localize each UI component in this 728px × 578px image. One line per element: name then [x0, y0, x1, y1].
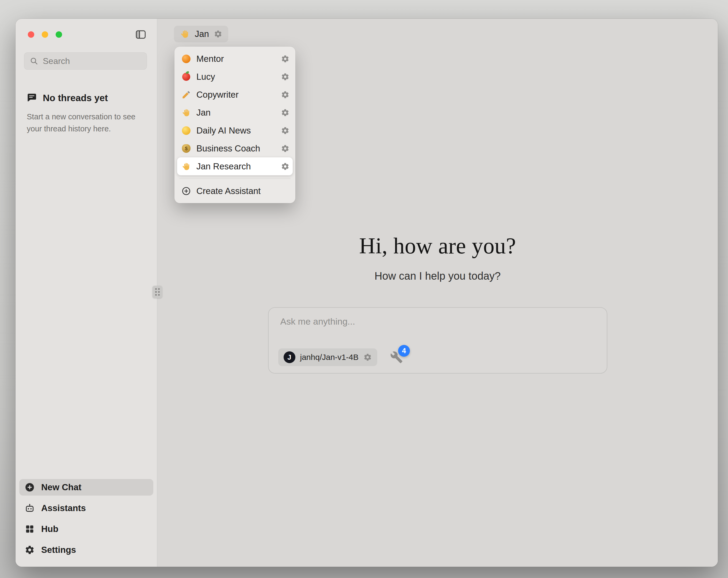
gear-icon[interactable]: [281, 144, 289, 153]
orange-circle-icon: [181, 54, 191, 64]
assistant-selector-button[interactable]: Jan: [174, 26, 228, 42]
menu-item-daily-ai-news[interactable]: Daily AI News: [177, 122, 293, 140]
pencil-icon: [181, 90, 191, 100]
assistant-settings-gear-icon[interactable]: [214, 30, 222, 38]
sidebar-toggle-icon[interactable]: [135, 29, 146, 40]
search-box[interactable]: [24, 52, 147, 70]
minimize-window-button[interactable]: [42, 31, 48, 38]
greeting-block: Hi, how are you? How can I help you toda…: [157, 233, 718, 282]
assistants-bot-icon: [25, 503, 35, 513]
menu-item-create-assistant[interactable]: Create Assistant: [177, 182, 293, 200]
money-bag-icon: [181, 144, 191, 153]
empty-state-title: No threads yet: [43, 93, 108, 103]
assistant-dropdown-menu: Mentor Lucy Copywriter Jan Daily AI News: [175, 47, 295, 203]
empty-state-description: Start a new conversation to see your thr…: [27, 111, 145, 135]
sidebar-item-label: Assistants: [41, 503, 86, 513]
chat-composer: J janhq/Jan-v1-4B 4: [268, 307, 607, 374]
model-name: janhq/Jan-v1-4B: [300, 353, 359, 362]
gear-icon[interactable]: [281, 108, 289, 117]
menu-separator: [179, 178, 290, 179]
model-avatar: J: [284, 351, 295, 363]
waving-hand-icon: [181, 161, 191, 171]
sidebar-item-assistants[interactable]: Assistants: [19, 500, 153, 517]
sidebar-top-bar: [28, 29, 146, 40]
sidebar: No threads yet Start a new conversation …: [16, 19, 157, 567]
hub-grid-icon: [25, 524, 35, 534]
yellow-circle-icon: [181, 126, 191, 135]
search-icon: [29, 56, 38, 66]
red-apple-icon: [181, 72, 191, 82]
plus-circle-outline-icon: [181, 186, 191, 196]
gear-icon: [25, 545, 35, 555]
sidebar-resize-handle[interactable]: [153, 286, 162, 298]
tools-button[interactable]: 4: [390, 351, 403, 364]
menu-item-copywriter[interactable]: Copywriter: [177, 85, 293, 104]
model-selector-button[interactable]: J janhq/Jan-v1-4B: [278, 348, 377, 366]
sidebar-item-label: Settings: [41, 545, 76, 555]
sidebar-item-label: Hub: [41, 524, 58, 534]
zoom-window-button[interactable]: [56, 31, 62, 38]
search-input[interactable]: [43, 56, 141, 66]
tools-count-badge: 4: [398, 345, 410, 357]
sidebar-item-hub[interactable]: Hub: [19, 521, 153, 537]
composer-controls: J janhq/Jan-v1-4B 4: [278, 348, 403, 366]
close-window-button[interactable]: [28, 31, 34, 38]
greeting-title: Hi, how are you?: [157, 233, 718, 259]
menu-item-jan[interactable]: Jan: [177, 104, 293, 122]
composer-input[interactable]: [280, 316, 595, 339]
chat-bubble-icon: [27, 93, 37, 103]
gear-icon[interactable]: [281, 55, 289, 63]
chat-header: Jan: [174, 26, 228, 42]
greeting-subtitle: How can I help you today?: [157, 270, 718, 282]
menu-item-business-coach[interactable]: Business Coach: [177, 140, 293, 157]
model-settings-gear-icon[interactable]: [363, 353, 372, 361]
menu-item-lucy[interactable]: Lucy: [177, 68, 293, 85]
sidebar-item-settings[interactable]: Settings: [19, 542, 153, 558]
gear-icon[interactable]: [281, 73, 289, 81]
menu-item-mentor[interactable]: Mentor: [177, 50, 293, 68]
sidebar-item-label: New Chat: [41, 482, 81, 493]
sidebar-item-new-chat[interactable]: New Chat: [19, 479, 153, 496]
gear-icon[interactable]: [281, 126, 289, 135]
window-controls: [28, 31, 62, 38]
app-window: No threads yet Start a new conversation …: [16, 19, 718, 567]
gear-icon[interactable]: [281, 91, 289, 99]
plus-circle-icon: [25, 482, 35, 493]
menu-item-jan-research[interactable]: Jan Research: [177, 157, 293, 175]
waving-hand-icon: [181, 108, 191, 118]
sidebar-nav: New Chat Assistants Hub Settings: [16, 479, 157, 567]
main-chat-area: Jan Mentor Lucy Copywriter Ja: [157, 19, 718, 567]
threads-empty-state: No threads yet Start a new conversation …: [27, 93, 146, 135]
current-assistant-name: Jan: [195, 29, 209, 39]
gear-icon[interactable]: [281, 162, 289, 171]
waving-hand-icon: [180, 29, 190, 39]
